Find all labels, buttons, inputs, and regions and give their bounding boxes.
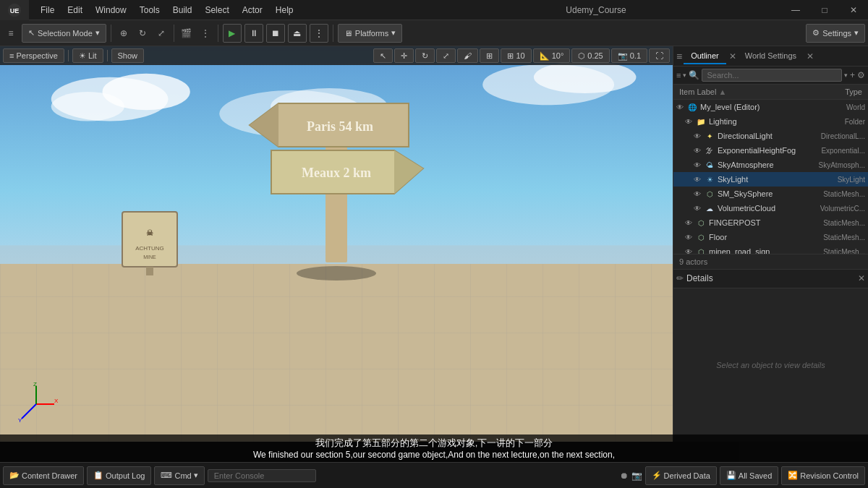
list-item[interactable]: 👁 ⬡ Floor StaticMesh... xyxy=(673,230,868,244)
outliner-close-icon[interactable]: ✕ xyxy=(729,51,736,61)
window-controls: — □ ✕ xyxy=(781,0,868,20)
add-actor-icon[interactable]: + xyxy=(850,70,855,80)
visibility-icon[interactable]: 👁 xyxy=(694,161,701,169)
list-item[interactable]: 👁 ⬡ FINGERPOST StaticMesh... xyxy=(673,215,868,230)
search-input[interactable] xyxy=(702,69,842,82)
menu-build[interactable]: Build xyxy=(167,4,198,17)
output-log-button[interactable]: 📋 Output Log xyxy=(87,466,151,485)
volumetric-cloud-icon: ☁ xyxy=(704,202,715,214)
item-type: StaticMesh... xyxy=(823,190,865,198)
list-item[interactable]: 👁 📁 Lighting Folder xyxy=(673,114,868,129)
visibility-icon[interactable]: 👁 xyxy=(694,190,701,198)
revision-control-button[interactable]: 🔀 Revision Control xyxy=(781,466,865,485)
visibility-icon[interactable]: 👁 xyxy=(685,248,692,254)
derived-data-button[interactable]: ⚡ Derived Data xyxy=(645,466,717,485)
platforms-button[interactable]: 🖥 Platforms ▾ xyxy=(338,24,402,43)
coordinate-gizmo: X Z Y xyxy=(14,382,58,427)
angle-btn[interactable]: 📐 10° xyxy=(533,48,571,63)
item-type: Exponential... xyxy=(821,147,865,155)
translate-icon[interactable]: ✛ xyxy=(394,48,414,63)
perspective-button[interactable]: ≡ Perspective xyxy=(3,48,64,63)
list-item[interactable]: 👁 ☁ VolumetricCloud VolumetricC... xyxy=(673,201,868,215)
selection-mode-button[interactable]: ↖ Selection Mode ▾ xyxy=(22,24,106,43)
visibility-icon[interactable]: 👁 xyxy=(694,132,701,140)
menu-help[interactable]: Help xyxy=(270,4,299,17)
svg-text:Meaux 2 km: Meaux 2 km xyxy=(302,166,371,180)
outliner-tab[interactable]: Outliner xyxy=(684,48,726,64)
stop-button[interactable]: ⏹ xyxy=(266,24,285,43)
content-drawer-button[interactable]: 📂 Content Drawer xyxy=(3,466,84,485)
visibility-icon[interactable]: 👁 xyxy=(676,103,684,111)
maximize-button[interactable]: □ xyxy=(810,0,839,20)
visibility-icon[interactable]: 👁 xyxy=(694,176,701,184)
item-label: Lighting xyxy=(709,117,845,126)
visibility-icon[interactable]: 👁 xyxy=(685,118,692,126)
rotate-icon[interactable]: ↻ xyxy=(135,25,150,41)
scale-vp-icon[interactable]: ⤢ xyxy=(436,48,456,63)
rotate-vp-icon[interactable]: ↻ xyxy=(415,48,435,63)
menu-window[interactable]: Window xyxy=(90,4,132,17)
scale-icon[interactable]: ⤢ xyxy=(153,25,169,41)
transform-icon[interactable]: ⊕ xyxy=(116,25,132,41)
visibility-icon[interactable]: 👁 xyxy=(685,219,692,227)
settings-outliner-icon[interactable]: ⚙ xyxy=(857,70,865,80)
world-settings-close-icon[interactable]: ✕ xyxy=(807,51,814,61)
list-item[interactable]: 👁 ⬡ minen_road_sign StaticMesh... xyxy=(673,244,868,254)
close-button[interactable]: ✕ xyxy=(839,0,868,20)
subtitle-bar: 我们完成了第五部分的第二个游戏对象,下一讲的下一部分 We finished o… xyxy=(0,435,868,462)
sky-sphere-icon: ⬡ xyxy=(704,188,715,200)
menu-tools[interactable]: Tools xyxy=(134,4,166,17)
grid-btn[interactable]: ⊞ 10 xyxy=(501,48,531,63)
pause-button[interactable]: ⏸ xyxy=(244,24,263,43)
console-input[interactable] xyxy=(208,469,316,482)
camera-icon[interactable]: 🎬 xyxy=(179,25,195,41)
outliner-search-bar: ≡ ▾ 🔍 ▾ + ⚙ xyxy=(673,67,868,85)
list-item[interactable]: 👁 ☀ SkyLight SkyLight xyxy=(673,172,868,187)
menu-select[interactable]: Select xyxy=(199,4,234,17)
item-label: ExponentialHeightFog xyxy=(718,146,821,155)
viewport[interactable]: ≡ Perspective ☀ Lit Show ↖ ✛ ↻ ⤢ 🖌 ⊞ ⊞ 1… xyxy=(0,46,673,442)
paint-icon[interactable]: 🖌 xyxy=(457,48,478,63)
road-sign-icon: ⬡ xyxy=(695,246,707,254)
list-item[interactable]: 👁 ✦ DirectionalLight DirectionalL... xyxy=(673,129,868,143)
outliner-column-headers: Item Label ▲ Type xyxy=(673,85,868,100)
minimize-button[interactable]: — xyxy=(781,0,810,20)
list-item[interactable]: 👁 🌐 My_level (Editor) World xyxy=(673,100,868,114)
svg-marker-21 xyxy=(394,150,423,194)
menu-actor[interactable]: Actor xyxy=(237,4,268,17)
maximize-vp-btn[interactable]: ⛶ xyxy=(649,48,670,63)
fov-btn[interactable]: 📷 0.1 xyxy=(611,48,647,63)
play-button[interactable]: ▶ xyxy=(223,24,242,43)
subtitle-chinese: 我们完成了第五部分的第二个游戏对象,下一讲的下一部分 xyxy=(6,437,862,450)
menu-file[interactable]: File xyxy=(35,4,60,17)
more-play-button[interactable]: ⋮ xyxy=(310,24,328,43)
more-icon[interactable]: ⋮ xyxy=(197,25,213,41)
svg-marker-18 xyxy=(250,103,278,147)
details-close-icon[interactable]: ✕ xyxy=(858,273,865,283)
vp-separator2 xyxy=(107,50,108,61)
lit-button[interactable]: ☀ Lit xyxy=(72,48,103,63)
scale-btn[interactable]: ⬡ 0.25 xyxy=(571,48,609,63)
visibility-icon[interactable]: 👁 xyxy=(694,205,701,213)
eject-button[interactable]: ⏏ xyxy=(288,24,307,43)
list-item[interactable]: 👁 🌤 SkyAtmosphere SkyAtmosph... xyxy=(673,158,868,172)
visibility-icon[interactable]: 👁 xyxy=(685,234,692,241)
list-item[interactable]: 👁 ⬡ SM_SkySphere StaticMesh... xyxy=(673,187,868,201)
show-button[interactable]: Show xyxy=(111,48,145,63)
settings-button[interactable]: ⚙ Settings ▾ xyxy=(806,24,865,43)
list-item[interactable]: 👁 🌫 ExponentialHeightFog Exponential... xyxy=(673,143,868,158)
scale-icon2: ⬡ xyxy=(578,51,585,61)
item-label: FINGERPOST xyxy=(709,218,823,227)
panel-header: ≡ Outliner ✕ World Settings ✕ xyxy=(673,46,868,67)
cmd-button[interactable]: ⌨ Cmd ▾ xyxy=(154,466,204,485)
signpost: Paris 54 km Meaux 2 km xyxy=(235,89,438,291)
all-saved-button[interactable]: 💾 All Saved xyxy=(720,466,778,485)
skylight-icon: ☀ xyxy=(704,174,715,185)
snap-icon[interactable]: ⊞ xyxy=(480,48,499,63)
select-icon[interactable]: ↖ xyxy=(373,48,393,63)
world-settings-tab[interactable]: World Settings xyxy=(738,48,804,64)
menu-edit[interactable]: Edit xyxy=(61,4,88,17)
svg-text:☠: ☠ xyxy=(146,228,153,237)
sidebar-toggle-icon[interactable]: ≡ xyxy=(3,25,19,41)
visibility-icon[interactable]: 👁 xyxy=(694,147,701,155)
